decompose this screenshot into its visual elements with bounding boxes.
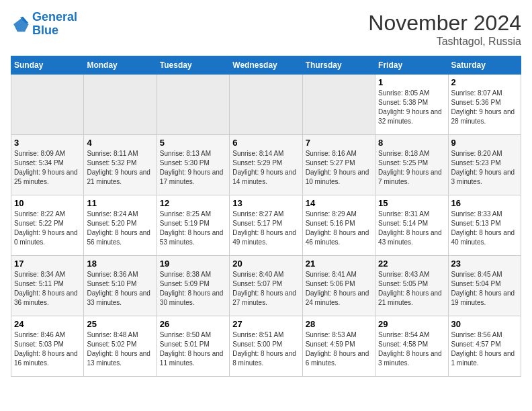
day-number: 13 — [232, 198, 299, 208]
day-number: 23 — [451, 259, 518, 269]
day-number: 16 — [451, 198, 518, 208]
day-number: 29 — [378, 319, 445, 329]
day-info: Sunrise: 8:14 AM Sunset: 5:29 PM Dayligh… — [232, 149, 299, 187]
calendar-row: 24Sunrise: 8:46 AM Sunset: 5:03 PM Dayli… — [11, 316, 521, 377]
day-info: Sunrise: 8:38 AM Sunset: 5:09 PM Dayligh… — [160, 270, 226, 308]
day-number: 3 — [14, 138, 81, 148]
day-info: Sunrise: 8:25 AM Sunset: 5:19 PM Dayligh… — [160, 210, 226, 247]
page-header: General Blue November 2024 Tashtagol, Ru… — [11, 11, 521, 48]
day-number: 11 — [87, 198, 153, 208]
table-row: 26Sunrise: 8:50 AM Sunset: 5:01 PM Dayli… — [157, 316, 229, 377]
day-number: 10 — [14, 198, 81, 208]
day-number: 20 — [232, 259, 299, 269]
day-info: Sunrise: 8:31 AM Sunset: 5:14 PM Dayligh… — [378, 210, 445, 247]
day-number: 22 — [378, 259, 445, 269]
calendar-row: 1Sunrise: 8:05 AM Sunset: 5:38 PM Daylig… — [11, 75, 521, 135]
day-info: Sunrise: 8:40 AM Sunset: 5:07 PM Dayligh… — [232, 270, 299, 308]
table-row: 29Sunrise: 8:54 AM Sunset: 4:58 PM Dayli… — [375, 316, 448, 377]
day-info: Sunrise: 8:50 AM Sunset: 5:01 PM Dayligh… — [160, 330, 226, 368]
subtitle: Tashtagol, Russia — [368, 36, 521, 48]
col-thursday: Thursday — [302, 56, 375, 75]
day-number: 28 — [306, 319, 372, 329]
day-number: 6 — [232, 138, 299, 148]
table-row: 22Sunrise: 8:43 AM Sunset: 5:05 PM Dayli… — [375, 256, 448, 316]
table-row: 21Sunrise: 8:41 AM Sunset: 5:06 PM Dayli… — [302, 256, 375, 316]
day-info: Sunrise: 8:54 AM Sunset: 4:58 PM Dayligh… — [378, 330, 445, 368]
day-info: Sunrise: 8:18 AM Sunset: 5:25 PM Dayligh… — [378, 149, 445, 187]
day-info: Sunrise: 8:09 AM Sunset: 5:34 PM Dayligh… — [14, 149, 81, 187]
day-info: Sunrise: 8:56 AM Sunset: 4:57 PM Dayligh… — [451, 330, 518, 368]
logo-icon — [11, 15, 30, 34]
day-info: Sunrise: 8:34 AM Sunset: 5:11 PM Dayligh… — [14, 270, 81, 308]
table-row: 23Sunrise: 8:45 AM Sunset: 5:04 PM Dayli… — [448, 256, 521, 316]
day-number: 12 — [160, 198, 226, 208]
calendar-row: 10Sunrise: 8:22 AM Sunset: 5:22 PM Dayli… — [11, 195, 521, 256]
day-info: Sunrise: 8:11 AM Sunset: 5:32 PM Dayligh… — [87, 149, 153, 187]
table-row — [302, 75, 375, 135]
calendar-row: 17Sunrise: 8:34 AM Sunset: 5:11 PM Dayli… — [11, 256, 521, 316]
table-row: 7Sunrise: 8:16 AM Sunset: 5:27 PM Daylig… — [302, 135, 375, 195]
day-number: 19 — [160, 259, 226, 269]
table-row: 2Sunrise: 8:07 AM Sunset: 5:36 PM Daylig… — [448, 75, 521, 135]
day-number: 2 — [451, 77, 518, 87]
col-tuesday: Tuesday — [157, 56, 229, 75]
day-number: 26 — [160, 319, 226, 329]
table-row: 28Sunrise: 8:53 AM Sunset: 4:59 PM Dayli… — [302, 316, 375, 377]
day-info: Sunrise: 8:22 AM Sunset: 5:22 PM Dayligh… — [14, 210, 81, 247]
day-number: 7 — [306, 138, 372, 148]
day-number: 4 — [87, 138, 153, 148]
table-row: 1Sunrise: 8:05 AM Sunset: 5:38 PM Daylig… — [375, 75, 448, 135]
day-number: 18 — [87, 259, 153, 269]
table-row — [84, 75, 157, 135]
table-row: 30Sunrise: 8:56 AM Sunset: 4:57 PM Dayli… — [448, 316, 521, 377]
table-row: 12Sunrise: 8:25 AM Sunset: 5:19 PM Dayli… — [157, 195, 229, 256]
table-row: 13Sunrise: 8:27 AM Sunset: 5:17 PM Dayli… — [230, 195, 302, 256]
table-row: 3Sunrise: 8:09 AM Sunset: 5:34 PM Daylig… — [11, 135, 84, 195]
day-info: Sunrise: 8:36 AM Sunset: 5:10 PM Dayligh… — [87, 270, 153, 308]
day-number: 1 — [378, 77, 445, 87]
table-row: 19Sunrise: 8:38 AM Sunset: 5:09 PM Dayli… — [157, 256, 229, 316]
table-row: 17Sunrise: 8:34 AM Sunset: 5:11 PM Dayli… — [11, 256, 84, 316]
table-row: 27Sunrise: 8:51 AM Sunset: 5:00 PM Dayli… — [230, 316, 302, 377]
day-info: Sunrise: 8:20 AM Sunset: 5:23 PM Dayligh… — [451, 149, 518, 187]
day-info: Sunrise: 8:43 AM Sunset: 5:05 PM Dayligh… — [378, 270, 445, 308]
col-sunday: Sunday — [11, 56, 84, 75]
table-row: 25Sunrise: 8:48 AM Sunset: 5:02 PM Dayli… — [84, 316, 157, 377]
day-number: 5 — [160, 138, 226, 148]
day-number: 8 — [378, 138, 445, 148]
day-info: Sunrise: 8:29 AM Sunset: 5:16 PM Dayligh… — [306, 210, 372, 247]
col-friday: Friday — [375, 56, 448, 75]
col-monday: Monday — [84, 56, 157, 75]
day-info: Sunrise: 8:24 AM Sunset: 5:20 PM Dayligh… — [87, 210, 153, 247]
table-row: 5Sunrise: 8:13 AM Sunset: 5:30 PM Daylig… — [157, 135, 229, 195]
day-info: Sunrise: 8:48 AM Sunset: 5:02 PM Dayligh… — [87, 330, 153, 368]
table-row: 18Sunrise: 8:36 AM Sunset: 5:10 PM Dayli… — [84, 256, 157, 316]
day-number: 25 — [87, 319, 153, 329]
table-row — [11, 75, 84, 135]
col-wednesday: Wednesday — [230, 56, 302, 75]
day-info: Sunrise: 8:05 AM Sunset: 5:38 PM Dayligh… — [378, 89, 445, 126]
table-row: 20Sunrise: 8:40 AM Sunset: 5:07 PM Dayli… — [230, 256, 302, 316]
day-info: Sunrise: 8:41 AM Sunset: 5:06 PM Dayligh… — [306, 270, 372, 308]
day-number: 24 — [14, 319, 81, 329]
day-number: 27 — [232, 319, 299, 329]
col-saturday: Saturday — [448, 56, 521, 75]
table-row: 15Sunrise: 8:31 AM Sunset: 5:14 PM Dayli… — [375, 195, 448, 256]
calendar-header-row: Sunday Monday Tuesday Wednesday Thursday… — [11, 56, 521, 75]
calendar: Sunday Monday Tuesday Wednesday Thursday… — [11, 56, 521, 377]
table-row: 11Sunrise: 8:24 AM Sunset: 5:20 PM Dayli… — [84, 195, 157, 256]
table-row: 24Sunrise: 8:46 AM Sunset: 5:03 PM Dayli… — [11, 316, 84, 377]
day-number: 15 — [378, 198, 445, 208]
day-info: Sunrise: 8:45 AM Sunset: 5:04 PM Dayligh… — [451, 270, 518, 308]
day-info: Sunrise: 8:33 AM Sunset: 5:13 PM Dayligh… — [451, 210, 518, 247]
day-number: 21 — [306, 259, 372, 269]
table-row: 4Sunrise: 8:11 AM Sunset: 5:32 PM Daylig… — [84, 135, 157, 195]
day-number: 9 — [451, 138, 518, 148]
title-block: November 2024 Tashtagol, Russia — [368, 11, 521, 48]
table-row: 9Sunrise: 8:20 AM Sunset: 5:23 PM Daylig… — [448, 135, 521, 195]
table-row: 10Sunrise: 8:22 AM Sunset: 5:22 PM Dayli… — [11, 195, 84, 256]
day-info: Sunrise: 8:07 AM Sunset: 5:36 PM Dayligh… — [451, 89, 518, 126]
table-row: 14Sunrise: 8:29 AM Sunset: 5:16 PM Dayli… — [302, 195, 375, 256]
month-title: November 2024 — [368, 11, 521, 36]
day-info: Sunrise: 8:53 AM Sunset: 4:59 PM Dayligh… — [306, 330, 372, 368]
